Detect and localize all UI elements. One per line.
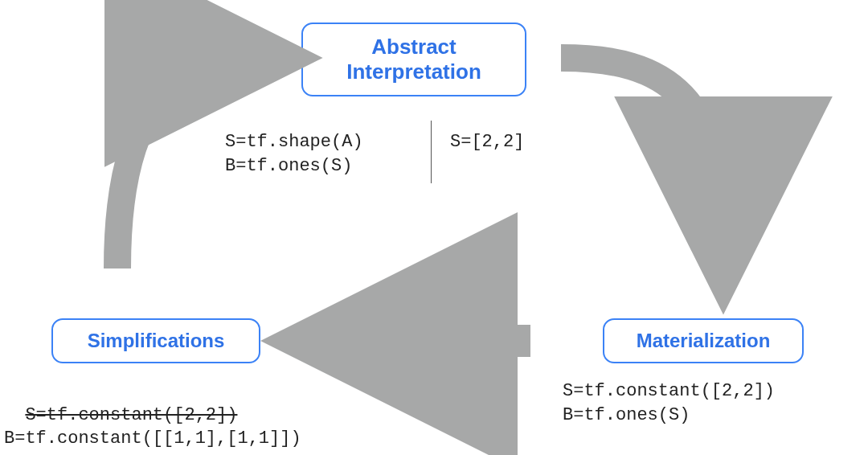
arrow-simplifications-to-abstract <box>0 0 868 455</box>
